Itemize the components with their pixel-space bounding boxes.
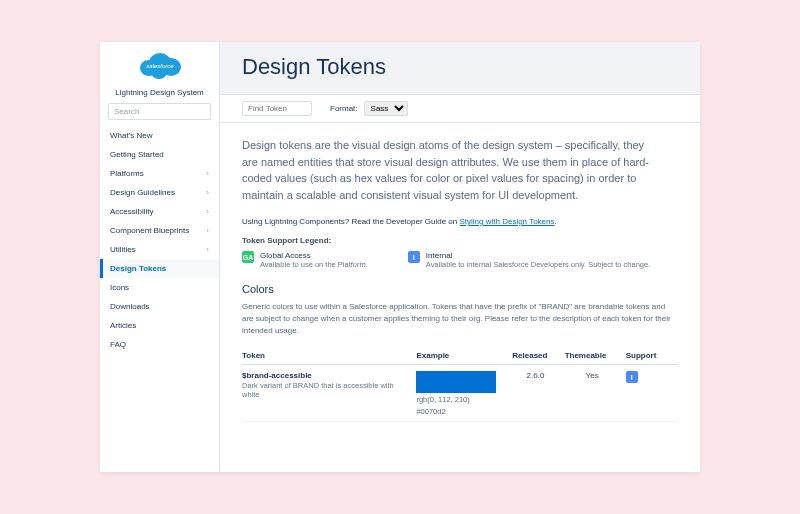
main-content: Design Tokens Format: Sass Design tokens… — [220, 42, 700, 472]
ga-badge-icon: GA — [242, 251, 254, 263]
token-released: 2.6.0 — [512, 365, 564, 422]
sidebar-item[interactable]: Articles — [100, 316, 219, 335]
sidebar-item-label: Articles — [110, 321, 136, 330]
page-header: Design Tokens — [220, 42, 700, 95]
color-swatch — [416, 371, 496, 393]
table-header-row: Token Example Released Themeable Support — [242, 347, 678, 365]
legend-item-internal: I Internal Available to internal Salesfo… — [408, 251, 650, 269]
sidebar-item[interactable]: What's New — [100, 126, 219, 145]
sidebar-item-label: Design Tokens — [110, 264, 166, 273]
sidebar-item-label: Utilities — [110, 245, 136, 254]
sidebar-item[interactable]: Platforms› — [100, 164, 219, 183]
legend: GA Global Access Available to use on the… — [242, 251, 678, 269]
legend-int-desc: Available to internal Salesforce Develop… — [426, 260, 650, 269]
sidebar-item-label: Downloads — [110, 302, 150, 311]
legend-int-title: Internal — [426, 251, 650, 260]
sidebar-item[interactable]: FAQ — [100, 335, 219, 354]
token-table: Token Example Released Themeable Support… — [242, 347, 678, 422]
th-released: Released — [512, 347, 564, 365]
logo-area: salesforce — [100, 42, 219, 86]
intro-paragraph: Design tokens are the visual design atom… — [242, 137, 662, 203]
svg-text:salesforce: salesforce — [146, 63, 174, 69]
brand-title: Lightning Design System — [100, 86, 219, 103]
format-select[interactable]: Sass — [364, 101, 408, 116]
internal-badge-icon: I — [408, 251, 420, 263]
legend-ga-title: Global Access — [260, 251, 368, 260]
sidebar: salesforce Lightning Design System What'… — [100, 42, 220, 472]
chevron-right-icon: › — [206, 245, 209, 254]
sidebar-item[interactable]: Design Guidelines› — [100, 183, 219, 202]
token-themeable: Yes — [565, 365, 626, 422]
chevron-right-icon: › — [206, 169, 209, 178]
sidebar-item-label: Platforms — [110, 169, 144, 178]
salesforce-logo-icon: salesforce — [137, 50, 183, 82]
color-rgb: rgb(0, 112, 210) — [416, 395, 506, 405]
page-title: Design Tokens — [242, 54, 678, 80]
sidebar-item-label: Accessibility — [110, 207, 154, 216]
th-example: Example — [416, 347, 512, 365]
sidebar-item-label: Getting Started — [110, 150, 164, 159]
legend-ga-desc: Available to use on the Platform. — [260, 260, 368, 269]
devguide-note: Using Lightning Components? Read the Dev… — [242, 217, 678, 226]
toolbar: Format: Sass — [220, 95, 700, 123]
section-heading-colors: Colors — [242, 283, 678, 295]
legend-item-ga: GA Global Access Available to use on the… — [242, 251, 368, 269]
th-support: Support — [626, 347, 678, 365]
sidebar-item[interactable]: Utilities› — [100, 240, 219, 259]
chevron-right-icon: › — [206, 226, 209, 235]
devguide-link[interactable]: Styling with Design Tokens — [459, 217, 554, 226]
token-name: $brand-accessible — [242, 371, 410, 380]
content-body: Design tokens are the visual design atom… — [220, 123, 700, 472]
table-row: $brand-accessibleDark variant of BRAND t… — [242, 365, 678, 422]
sidebar-item-label: FAQ — [110, 340, 126, 349]
sidebar-item-label: Icons — [110, 283, 129, 292]
app-window: salesforce Lightning Design System What'… — [100, 42, 700, 472]
sidebar-item[interactable]: Component Blueprints› — [100, 221, 219, 240]
sidebar-item[interactable]: Design Tokens — [100, 259, 219, 278]
sidebar-nav: What's NewGetting StartedPlatforms›Desig… — [100, 126, 219, 472]
find-token-input[interactable] — [242, 101, 312, 116]
sidebar-item[interactable]: Downloads — [100, 297, 219, 316]
sidebar-item[interactable]: Accessibility› — [100, 202, 219, 221]
chevron-right-icon: › — [206, 207, 209, 216]
th-token: Token — [242, 347, 416, 365]
sidebar-item[interactable]: Getting Started — [100, 145, 219, 164]
legend-title: Token Support Legend: — [242, 236, 678, 245]
section-desc-colors: Generic colors to use within a Salesforc… — [242, 301, 672, 337]
sidebar-item-label: Component Blueprints — [110, 226, 189, 235]
search-container — [108, 103, 211, 120]
sidebar-item[interactable]: Icons — [100, 278, 219, 297]
th-themeable: Themeable — [565, 347, 626, 365]
sidebar-item-label: Design Guidelines — [110, 188, 175, 197]
format-label: Format: — [330, 104, 358, 113]
support-badge-icon: I — [626, 371, 638, 383]
color-hex: #0070d2 — [416, 407, 506, 417]
search-input[interactable] — [108, 103, 211, 120]
chevron-right-icon: › — [206, 188, 209, 197]
sidebar-item-label: What's New — [110, 131, 152, 140]
token-desc: Dark variant of BRAND that is accessible… — [242, 381, 410, 399]
format-group: Format: Sass — [330, 101, 408, 116]
token-support: I — [626, 365, 678, 422]
